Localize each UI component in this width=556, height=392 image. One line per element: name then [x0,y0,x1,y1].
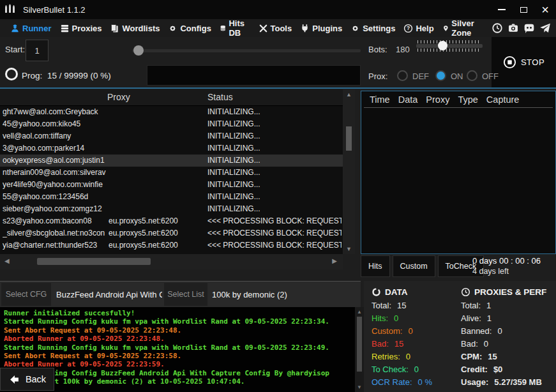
c-status: INITIALIZING... [207,180,342,189]
menu-label: Settings [363,24,395,33]
stat-row: Alive:1 [461,313,546,326]
table-row[interactable]: 45@yahoo.com:kiko45INITIALIZING... [0,118,343,130]
minimize-button[interactable] [491,0,513,19]
maximize-button[interactable] [513,0,534,19]
prog-label: Prog: [22,71,42,80]
slider-track[interactable] [416,44,483,48]
c-status: INITIALIZING... [207,156,342,165]
database-icon [220,24,227,33]
telegram-icon[interactable] [539,22,551,34]
prog-radio[interactable] [5,68,18,80]
scrollbar-thumb[interactable] [346,126,352,151]
menu-bar: Runner Proxies Wordlists Configs Hits DB… [0,19,556,37]
log-line: Started Running Config kuku fm vpa with … [4,317,360,326]
table-row[interactable]: 3@yahoo.com:parker14INITIALIZING... [0,142,343,155]
table-row[interactable]: s23@yahoo.com:bacon08eu.proxys5.net:6200… [0,215,343,227]
prox-radio-on[interactable] [435,70,446,81]
time-left: 4 days left [472,267,541,276]
menu-label: Wordlists [122,24,160,33]
start-label: Start: [5,45,25,54]
column-header-proxy[interactable]: Proxy [107,92,130,102]
select-list-button[interactable]: Select List [164,283,207,306]
tab-hits[interactable]: Hits [361,255,390,277]
c-data: 55@yahoo.com:123456d [3,192,106,201]
hits-table: Time Data Proxy Type Capture [361,91,556,254]
table-row[interactable]: sieber@yahoo.com:zomgz12INITIALIZING... [0,203,343,215]
camera-icon[interactable] [507,22,519,34]
window-controls: × [491,0,556,19]
scroll-down-icon[interactable]: ▼ [355,384,364,390]
stat-row: Credit:$0 [461,365,546,377]
menu-item-help[interactable]: ? Help [403,24,433,33]
menu-right-icons [492,22,556,34]
select-cfg-button[interactable]: Select CFG [1,283,51,306]
discord-icon[interactable] [523,22,535,34]
help-icon: ? [403,24,413,33]
slider-thumb[interactable] [133,45,144,56]
table-row[interactable]: vell@aol.com:tiffanyINITIALIZING... [0,130,343,142]
menu-item-configs[interactable]: Configs [168,24,211,33]
scroll-right-icon[interactable]: ▶ [332,257,337,264]
back-arrow-icon [8,374,20,385]
slider-track[interactable] [132,49,361,52]
close-icon: × [541,3,549,16]
elapsed-time: 0 days 00 : 00 : 06 [472,256,541,266]
menu-item-silverzone[interactable]: Silver Zone [442,19,483,38]
menu-item-tools[interactable]: Tools [259,24,292,33]
results-tab-bar: Hits Custom ToCheck 0 days 00 : 00 : 06 … [361,255,556,277]
scroll-down-icon[interactable]: ▼ [343,246,355,252]
data-stats-title: DATA [385,287,408,297]
c-status: INITIALIZING... [207,107,342,116]
scroll-up-icon[interactable]: ▲ [343,91,355,98]
tab-custom[interactable]: Custom [393,255,435,277]
table-row[interactable]: _silver@sbcglobal.net:no3coneu.proxys5.n… [0,227,343,239]
bullets-logo-icon [4,4,18,15]
table-row[interactable]: ght7ww@aol.com:GreybackINITIALIZING... [0,106,343,118]
column-header-time[interactable]: Time [370,94,390,105]
menu-item-wordlists[interactable]: Wordlists [110,24,160,33]
column-header-data[interactable]: Data [398,94,418,105]
data-stats: DATA Total:15Hits:0Custom:0Bad:15Retries… [372,286,432,390]
table-row[interactable]: yer4life90@yahoo.com:winfieINITIALIZING.… [0,179,343,191]
start-slider[interactable] [132,45,361,56]
column-header-capture[interactable]: Capture [486,94,520,105]
table-row[interactable]: ookyexpress@aol.com:justin1INITIALIZING.… [0,155,343,167]
vertical-scrollbar[interactable]: ▲ ▼ [343,89,355,254]
bots-label: Bots: [368,45,387,54]
scroll-left-icon[interactable]: ◀ [4,257,10,264]
close-button[interactable]: × [534,0,556,19]
menu-item-settings[interactable]: Settings [350,24,395,33]
prox-radio-def[interactable] [397,70,408,81]
table-row[interactable]: 55@yahoo.com:123456dINITIALIZING... [0,191,343,203]
history-icon[interactable] [492,22,503,34]
scrollbar-thumb[interactable] [37,258,151,265]
prox-radio-off[interactable] [467,70,477,81]
c-data: yer4life90@yahoo.com:winfie [3,180,106,189]
table-row[interactable]: yia@charter.net:thunder523eu.proxys5.net… [0,239,343,252]
start-input[interactable] [26,40,49,61]
column-header-proxy[interactable]: Proxy [426,94,449,105]
c-status: <<< PROCESSING BLOCK: REQUEST >> [207,216,342,225]
slider-thumb[interactable] [438,41,447,50]
c-proxy: eu.proxys5.net:6200 [109,216,204,225]
runtime-timer: 0 days 00 : 00 : 06 4 days left [472,256,541,276]
plug-icon [300,24,310,33]
menu-item-plugins[interactable]: Plugins [300,24,342,33]
column-header-status[interactable]: Status [207,92,233,102]
table-row[interactable]: ntherain009@aol.com:silveravINITIALIZING… [0,167,343,179]
back-button[interactable]: Back [0,368,54,391]
column-header-type[interactable]: Type [458,94,477,105]
log-line: Sent Abort Request at 09-05-2025 22:23:4… [4,326,360,335]
menu-item-runner[interactable]: Runner [10,24,52,33]
menu-item-hitsdb[interactable]: Hits DB [220,19,250,38]
bots-slider[interactable] [416,40,483,52]
menu-item-proxies[interactable]: Proxies [60,24,102,33]
scroll-up-icon[interactable]: ▲ [355,309,364,315]
horizontal-scrollbar[interactable]: ◀ ▶ [0,254,343,269]
config-bar: Select CFG BuzzFeed Android Api With Cap… [0,281,361,307]
c-status: INITIALIZING... [207,204,342,213]
scrollbar-thumb[interactable] [357,317,362,372]
proxy-stats-title: PROXIES & PERF [474,287,546,297]
stop-button[interactable]: STOP [492,37,556,87]
log-scrollbar[interactable]: ▲ ▼ [355,307,364,392]
